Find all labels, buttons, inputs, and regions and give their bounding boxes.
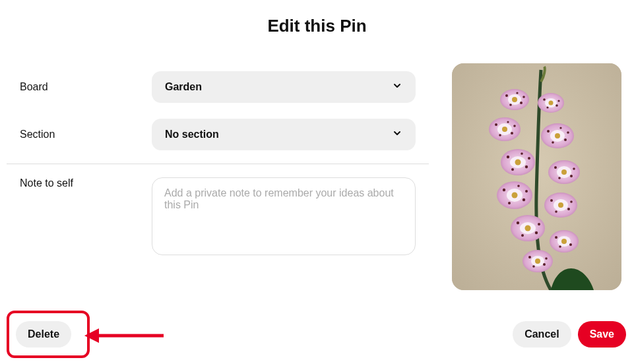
svg-point-7 [523,96,525,98]
svg-point-34 [515,160,521,166]
svg-point-57 [558,202,563,208]
svg-point-72 [555,236,557,239]
svg-point-14 [546,106,548,108]
board-label: Board [20,81,152,93]
svg-point-31 [559,127,561,129]
svg-point-3 [512,97,517,102]
cancel-button[interactable]: Cancel [513,321,571,348]
svg-point-71 [561,239,567,244]
note-row: Note to self [7,169,429,263]
svg-point-18 [502,127,507,132]
svg-point-49 [512,193,518,198]
svg-point-28 [564,138,567,141]
svg-point-78 [528,256,531,258]
svg-point-39 [521,152,523,155]
svg-point-5 [520,102,523,104]
svg-point-38 [528,157,530,160]
svg-point-21 [499,134,501,136]
footer: Delete Cancel Save [0,311,634,357]
svg-point-59 [567,208,570,210]
chevron-down-icon [392,80,402,94]
svg-point-67 [521,234,524,237]
svg-point-37 [511,168,514,171]
svg-point-26 [555,133,560,138]
board-value: Garden [165,81,202,93]
svg-point-30 [567,131,569,134]
svg-point-52 [508,202,511,204]
save-button[interactable]: Save [578,321,626,348]
page-title: Edit this Pin [0,0,634,36]
svg-point-65 [517,222,519,224]
svg-point-77 [535,258,540,264]
svg-point-36 [525,166,528,168]
footer-right: Cancel Save [513,321,626,348]
annotation-highlight-box: Delete [7,311,90,358]
board-select[interactable]: Garden [152,71,416,103]
svg-point-4 [505,94,508,97]
section-select[interactable]: No section [152,119,416,150]
svg-point-6 [509,104,512,106]
svg-point-35 [507,156,509,158]
svg-point-27 [547,130,550,133]
svg-point-60 [555,210,557,213]
section-label: Section [20,129,152,140]
svg-point-23 [507,121,509,123]
svg-point-29 [552,141,554,144]
svg-point-68 [538,223,540,226]
svg-point-61 [570,200,573,203]
svg-point-19 [495,123,497,126]
svg-point-42 [561,169,567,175]
svg-point-64 [525,226,531,231]
svg-point-12 [543,98,546,101]
svg-point-74 [559,245,561,248]
svg-point-22 [513,125,516,127]
svg-point-11 [549,101,554,106]
svg-point-46 [573,167,575,170]
edit-form: Board Garden Section No section Note to … [7,63,429,263]
chevron-down-icon [392,128,402,141]
svg-point-8 [516,92,518,94]
svg-point-80 [532,265,535,268]
svg-point-44 [570,175,573,177]
svg-point-54 [517,185,520,187]
svg-point-13 [555,104,558,107]
note-textarea[interactable] [152,177,416,255]
svg-point-43 [554,166,557,169]
note-label: Note to self [20,177,152,189]
svg-point-53 [525,190,528,193]
divider [7,164,429,164]
section-row: Section No section [7,111,429,158]
svg-point-51 [523,198,525,201]
board-row: Board Garden [7,63,429,111]
svg-point-81 [545,257,548,260]
svg-point-15 [557,100,559,102]
svg-point-73 [569,243,572,246]
section-value: No section [165,129,219,140]
svg-point-79 [543,263,546,266]
pin-thumbnail [452,63,621,290]
svg-point-20 [511,132,513,135]
svg-point-66 [535,231,538,234]
svg-point-50 [503,189,505,191]
svg-point-45 [558,177,561,179]
delete-button[interactable]: Delete [16,321,71,348]
svg-point-58 [550,199,553,202]
